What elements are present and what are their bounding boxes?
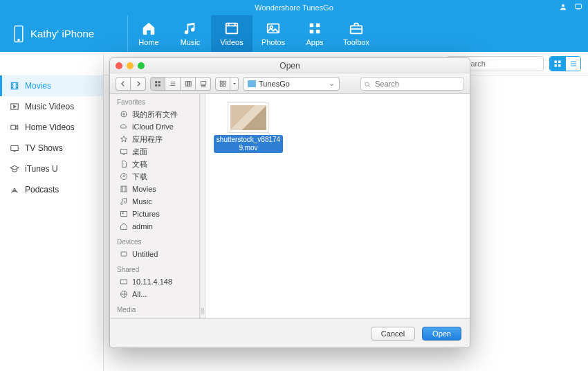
maximize-icon[interactable] xyxy=(138,62,145,69)
media-header: Media xyxy=(110,306,199,316)
sidebar-home-videos-label: Home Videos xyxy=(25,123,75,132)
fav-all-my-files[interactable]: 我的所有文件 xyxy=(110,108,199,120)
shared-ip[interactable]: 10.11.4.148 xyxy=(110,275,199,288)
phone-icon xyxy=(12,25,25,43)
open-dialog: Open TunesGo ⌄ Favorites xyxy=(109,57,470,348)
main-header: Kathy' iPhone Home Music Videos Photos A… xyxy=(0,15,588,52)
fav-desktop[interactable]: 桌面 xyxy=(110,145,199,158)
svg-point-34 xyxy=(365,82,369,86)
svg-rect-39 xyxy=(121,212,127,217)
svg-rect-18 xyxy=(555,60,558,63)
shared-all[interactable]: All... xyxy=(110,288,199,300)
dialog-titlebar: Open xyxy=(110,58,470,73)
arrange-group xyxy=(215,77,239,91)
dialog-toolbar: TunesGo ⌄ xyxy=(110,73,470,94)
svg-rect-8 xyxy=(316,24,320,28)
svg-rect-28 xyxy=(190,81,191,86)
file-grid: shutterstock_v881749.mov xyxy=(205,94,470,318)
fav-icloud[interactable]: iCloud Drive xyxy=(110,120,199,133)
fav-admin[interactable]: admin xyxy=(110,220,199,233)
device-untitled[interactable]: Untitled xyxy=(110,248,199,260)
svg-point-3 xyxy=(18,39,19,40)
svg-rect-7 xyxy=(310,24,314,28)
icon-view-button[interactable] xyxy=(150,77,165,91)
nav-videos[interactable]: Videos xyxy=(211,15,252,52)
svg-rect-10 xyxy=(316,30,320,34)
pictures-icon xyxy=(120,210,128,218)
sidebar-item-tv-shows[interactable]: TV Shows xyxy=(0,138,103,159)
minimize-icon[interactable] xyxy=(127,62,134,69)
close-icon[interactable] xyxy=(116,62,122,69)
forward-button[interactable] xyxy=(131,77,146,91)
file-item[interactable]: shutterstock_v881749.mov xyxy=(214,102,283,153)
svg-rect-24 xyxy=(155,84,157,86)
device-selector[interactable]: Kathy' iPhone xyxy=(0,15,128,52)
svg-rect-30 xyxy=(220,81,222,83)
path-selector[interactable]: TunesGo ⌄ xyxy=(243,77,340,91)
sidebar-item-movies[interactable]: Movies xyxy=(0,75,103,96)
nav-back-forward xyxy=(116,77,146,91)
column-view-button[interactable] xyxy=(181,77,196,91)
svg-point-16 xyxy=(14,188,15,190)
list-view-button[interactable] xyxy=(165,77,181,91)
device-name: Kathy' iPhone xyxy=(30,28,94,39)
sidebar-movies-label: Movies xyxy=(25,81,51,91)
server-icon xyxy=(120,278,128,286)
nav-toolbox[interactable]: Toolbox xyxy=(336,15,377,52)
feedback-icon[interactable] xyxy=(574,3,582,12)
svg-rect-29 xyxy=(201,81,206,84)
svg-rect-19 xyxy=(558,60,561,63)
devices-header: Devices xyxy=(110,238,199,248)
svg-rect-4 xyxy=(226,24,238,34)
all-files-icon xyxy=(120,110,128,118)
cancel-button[interactable]: Cancel xyxy=(371,327,415,341)
sidebar-itunes-u-label: iTunes U xyxy=(25,164,58,174)
desktop-icon xyxy=(120,147,128,156)
nav-home[interactable]: Home xyxy=(128,15,169,52)
fav-downloads[interactable]: 下载 xyxy=(110,170,199,183)
open-button[interactable]: Open xyxy=(422,327,461,341)
arrange-dropdown[interactable] xyxy=(230,77,239,91)
sidebar-item-itunes-u[interactable]: iTunes U xyxy=(0,159,103,179)
nav-home-label: Home xyxy=(138,38,158,46)
search-icon xyxy=(364,79,371,91)
chevron-updown-icon: ⌄ xyxy=(329,79,335,88)
back-button[interactable] xyxy=(116,77,131,91)
app-title: Wondershare TunesGo xyxy=(255,3,333,12)
dialog-footer: Cancel Open xyxy=(110,318,470,347)
view-grid-button[interactable] xyxy=(550,57,565,71)
fav-pictures[interactable]: Pictures xyxy=(110,208,199,220)
fav-documents[interactable]: 文稿 xyxy=(110,158,199,170)
nav-apps[interactable]: Apps xyxy=(294,15,336,52)
main-nav: Home Music Videos Photos Apps Toolbox xyxy=(128,15,377,52)
fav-music[interactable]: Music xyxy=(110,195,199,208)
user-icon[interactable] xyxy=(559,3,567,12)
svg-rect-31 xyxy=(223,81,226,83)
nav-videos-label: Videos xyxy=(220,38,243,46)
toolbox-icon xyxy=(349,21,364,36)
nav-music[interactable]: Music xyxy=(169,15,211,52)
arrange-button[interactable] xyxy=(215,77,230,91)
nav-photos[interactable]: Photos xyxy=(252,15,294,52)
dialog-search-input[interactable] xyxy=(360,77,464,91)
sidebar-resize-handle[interactable]: || xyxy=(200,94,205,318)
disk-icon xyxy=(120,250,128,258)
sidebar-item-podcasts[interactable]: Podcasts xyxy=(0,179,103,200)
svg-rect-1 xyxy=(576,4,582,9)
svg-rect-15 xyxy=(11,146,19,151)
view-toggle xyxy=(549,56,581,71)
podcast-icon xyxy=(10,185,19,194)
svg-rect-9 xyxy=(310,30,314,34)
coverflow-view-button[interactable] xyxy=(196,77,211,91)
fav-applications[interactable]: 应用程序 xyxy=(110,133,199,145)
videos-icon xyxy=(224,21,239,36)
graduation-icon xyxy=(10,164,19,174)
sidebar-item-home-videos[interactable]: Home Videos xyxy=(0,117,103,138)
file-thumbnail xyxy=(228,102,269,133)
svg-rect-23 xyxy=(158,81,160,83)
music-icon xyxy=(183,21,198,36)
sidebar-item-music-videos[interactable]: Music Videos xyxy=(0,96,103,117)
fav-movies[interactable]: Movies xyxy=(110,183,199,195)
view-list-button[interactable] xyxy=(565,57,580,71)
globe-icon xyxy=(120,290,128,298)
